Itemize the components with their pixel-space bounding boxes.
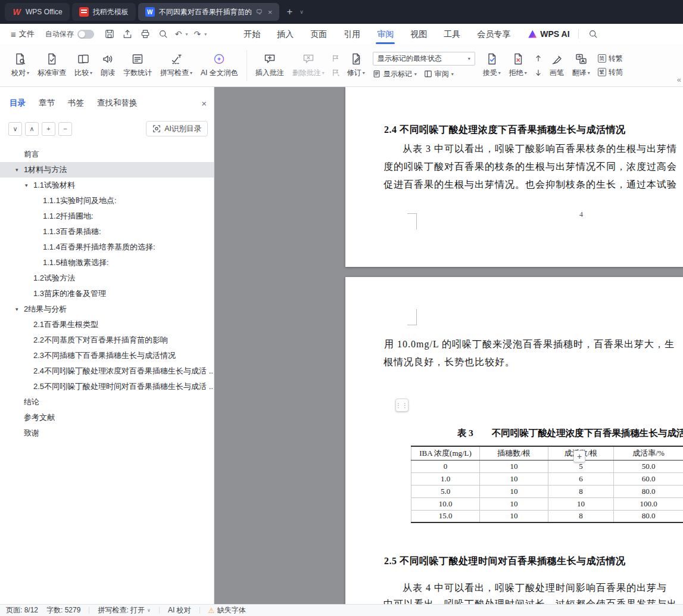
menu-tab[interactable]: 工具 xyxy=(435,24,469,44)
collapse-ribbon-icon[interactable]: « xyxy=(677,75,681,84)
toc-expand-caret-icon[interactable]: ▾ xyxy=(25,182,28,188)
comment-bubble-icon[interactable]: 🗨 xyxy=(256,8,263,15)
table-cell[interactable]: 1.0 xyxy=(411,472,480,485)
document-canvas[interactable]: 2.4 不同吲哚丁酸处理浓度下百香果插穗生长与成活情况 从表 3 中可以看出，吲… xyxy=(214,87,683,604)
table-cell[interactable]: 10 xyxy=(548,497,614,510)
toc-item[interactable]: 1.2试验方法 xyxy=(0,270,214,286)
table-cell[interactable]: 80.0 xyxy=(614,485,683,497)
reject-button[interactable]: 拒绝▾ xyxy=(505,48,531,83)
table-cell[interactable]: 0 xyxy=(411,460,480,472)
table-cell[interactable]: 5.0 xyxy=(411,485,480,497)
menu-tab[interactable]: 会员专享 xyxy=(469,24,519,44)
undo-caret-icon[interactable]: ▾ xyxy=(186,32,188,37)
to-traditional-button[interactable]: 简 转繁 xyxy=(598,54,623,64)
results-table[interactable]: IBA 浓度(mg/L)插穗数/根成活数/根成活率/% 010550.01.01… xyxy=(411,446,683,523)
close-sidebar-icon[interactable]: × xyxy=(201,98,207,108)
spell-check-button[interactable]: 拼写检查▾ xyxy=(156,48,197,83)
toc-item[interactable]: 1.3苗床的准备及管理 xyxy=(0,286,214,301)
accept-button[interactable]: 接受▾ xyxy=(479,48,505,83)
save-button[interactable] xyxy=(104,28,116,40)
table-cell[interactable]: 8 xyxy=(548,485,614,497)
word-count-indicator[interactable]: 字数: 5279 xyxy=(46,605,80,615)
word-count-button[interactable]: 字数统计 xyxy=(119,48,156,83)
table-cell[interactable]: 50.0 xyxy=(614,460,683,472)
document-page-current[interactable]: 用 10.0mg/L 的吲哚丁酸来浸泡百香果插穗时，百香果出芽大，生 根情况良好… xyxy=(345,277,683,604)
toc-item[interactable]: 2.3不同插穗下百香果插穗生长与成活情况 xyxy=(0,348,214,363)
translate-button[interactable]: 翻译▾ xyxy=(568,48,594,83)
menu-tab[interactable]: 开始 xyxy=(235,24,269,44)
table-cell[interactable]: 10 xyxy=(480,485,548,497)
tab-list-caret-icon[interactable]: ∨ xyxy=(300,9,304,15)
table-cell[interactable]: 10 xyxy=(480,460,548,472)
toc-item[interactable]: 结论 xyxy=(0,394,214,410)
menu-tab[interactable]: 视图 xyxy=(402,24,435,44)
table-cell[interactable]: 100.0 xyxy=(614,497,683,510)
toc-item[interactable]: ▾1材料与方法 xyxy=(0,162,214,178)
file-menu-button[interactable]: ≡ 文件 xyxy=(6,29,39,39)
toc-expand-down-button[interactable]: ∨ xyxy=(8,122,22,136)
toc-item[interactable]: 1.1.3百香果插穗: xyxy=(0,224,214,239)
wps-ai-button[interactable]: WPS AI xyxy=(528,29,569,39)
delete-comment-button[interactable]: 删除批注▾ xyxy=(288,48,329,83)
toc-item[interactable]: ▾1.1试验材料 xyxy=(0,178,214,193)
spellcheck-status[interactable]: 拼写检查: 打开∨ xyxy=(98,605,151,615)
table-cell[interactable]: 6 xyxy=(548,472,614,485)
sidebar-tab[interactable]: 目录 xyxy=(10,98,26,108)
new-tab-button[interactable]: + xyxy=(282,6,297,18)
next-change-button[interactable] xyxy=(533,68,544,77)
toc-item[interactable]: 2.5不同吲哚丁酸处理时间对百香果插穗生长与成活 ... xyxy=(0,379,214,394)
ai-recognize-toc-button[interactable]: AI识别目录 xyxy=(146,121,208,136)
markup-state-combobox[interactable]: 显示标记的最终状态▾ xyxy=(373,52,475,66)
next-comment-button[interactable] xyxy=(330,68,341,77)
toc-collapse-all-button[interactable]: − xyxy=(58,122,72,136)
toc-item[interactable]: 1.1.2扦插圃地: xyxy=(0,209,214,224)
menu-tab[interactable]: 审阅 xyxy=(369,24,402,44)
redo-button[interactable]: ↷ xyxy=(194,29,201,39)
tab-docer-templates[interactable]: 找稻壳模板 xyxy=(72,3,136,21)
toc-item[interactable]: 2.1百香果生根类型 xyxy=(0,317,214,332)
sidebar-tab[interactable]: 查找和替换 xyxy=(97,98,138,108)
tab-wps-home[interactable]: W WPS Office xyxy=(5,3,70,21)
proofread-button[interactable]: 校对▾ xyxy=(7,48,33,83)
menu-tab[interactable]: 插入 xyxy=(269,24,302,44)
toc-item[interactable]: 前言 xyxy=(0,147,214,162)
brush-button[interactable]: 画笔 xyxy=(545,48,568,83)
missing-font-warning[interactable]: ⚠缺失字体 xyxy=(208,605,246,615)
redo-caret-icon[interactable]: ▾ xyxy=(204,32,207,37)
toc-expand-all-button[interactable]: + xyxy=(42,122,55,136)
toc-item[interactable]: 参考文献 xyxy=(0,410,214,425)
table-cell[interactable]: 15.0 xyxy=(411,510,480,522)
table-cell[interactable]: 60.0 xyxy=(614,472,683,485)
table-cell[interactable]: 10 xyxy=(480,472,548,485)
ai-proofread-button[interactable]: AI 校对 xyxy=(168,605,191,615)
toc-collapse-up-button[interactable]: ∧ xyxy=(25,122,39,136)
insert-comment-button[interactable]: 插入批注 xyxy=(251,48,288,83)
autosave-toggle[interactable] xyxy=(77,30,94,39)
export-button[interactable] xyxy=(121,28,133,40)
to-simplified-button[interactable]: 繁 转简 xyxy=(598,67,623,77)
toc-expand-caret-icon[interactable]: ▾ xyxy=(15,306,18,312)
document-page-previous[interactable]: 2.4 不同吲哚丁酸处理浓度下百香果插穗生长与成活情况 从表 3 中可以看出，吲… xyxy=(345,87,683,267)
table-cell[interactable]: 10 xyxy=(480,510,548,522)
review-pane-button[interactable]: 审阅▾ xyxy=(424,69,454,79)
toc-item[interactable]: ▾2结果与分析 xyxy=(0,301,214,317)
toc-item[interactable]: 2.2不同基质下对百香果扦插育苗的影响 xyxy=(0,332,214,348)
toc-item[interactable]: 2.4不同吲哚丁酸处理浓度对百香果插穗生长与成活 ... xyxy=(0,363,214,379)
menu-tab[interactable]: 页面 xyxy=(302,24,335,44)
print-button[interactable] xyxy=(139,28,151,40)
previous-comment-button[interactable] xyxy=(330,54,341,63)
table-cell[interactable]: 10 xyxy=(480,497,548,510)
table-cell[interactable]: 10.0 xyxy=(411,497,480,510)
insert-column-button[interactable]: + xyxy=(573,450,585,462)
compare-button[interactable]: 比较▾ xyxy=(70,48,96,83)
print-preview-button[interactable] xyxy=(157,28,169,40)
show-markup-button[interactable]: 显示标记▾ xyxy=(373,69,417,79)
table-cell[interactable]: 8 xyxy=(548,510,614,522)
table-drag-handle[interactable]: ⋮⋮ xyxy=(395,399,408,412)
sidebar-tab[interactable]: 章节 xyxy=(39,98,55,108)
track-changes-button[interactable]: 修订▾ xyxy=(343,48,369,83)
ai-polish-button[interactable]: AI 全文润色 xyxy=(197,48,242,83)
sidebar-tab[interactable]: 书签 xyxy=(68,98,84,108)
tab-document[interactable]: W 不同因素对百香果扦插育苗的 🗨 × xyxy=(138,3,280,21)
close-tab-icon[interactable]: × xyxy=(268,8,273,17)
